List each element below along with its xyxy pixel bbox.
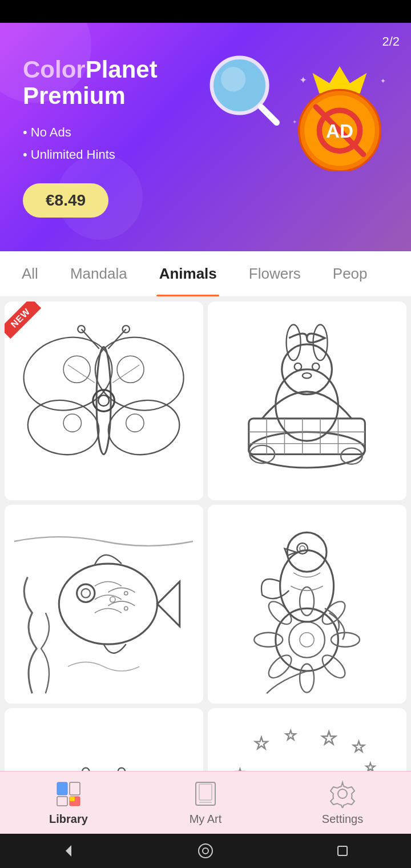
svg-text:✦: ✦ bbox=[299, 75, 307, 86]
svg-point-57 bbox=[255, 633, 283, 647]
settings-icon bbox=[328, 779, 357, 808]
svg-line-28 bbox=[113, 365, 140, 383]
nav-library[interactable]: Library bbox=[0, 779, 137, 826]
svg-point-16 bbox=[104, 395, 184, 460]
bird-image bbox=[217, 515, 396, 693]
svg-point-1 bbox=[221, 67, 245, 91]
back-button[interactable] bbox=[57, 839, 80, 862]
svg-point-51 bbox=[124, 592, 128, 595]
settings-label: Settings bbox=[322, 813, 363, 826]
svg-point-56 bbox=[300, 664, 314, 693]
svg-point-20 bbox=[126, 414, 144, 432]
svg-point-53 bbox=[276, 609, 339, 672]
myart-label: My Art bbox=[190, 813, 222, 826]
svg-point-52 bbox=[124, 607, 128, 610]
svg-line-2 bbox=[261, 107, 277, 123]
svg-point-97 bbox=[338, 789, 347, 798]
svg-marker-98 bbox=[66, 845, 71, 857]
svg-text:☆: ☆ bbox=[285, 728, 297, 744]
grid-item-4[interactable] bbox=[208, 505, 406, 704]
bunny-image bbox=[217, 311, 396, 490]
svg-point-54 bbox=[289, 622, 325, 658]
svg-point-47 bbox=[59, 564, 158, 645]
category-tabs: All Mandala Animals Flowers Peop bbox=[0, 251, 411, 297]
magnifier-icon bbox=[206, 51, 280, 126]
svg-rect-95 bbox=[199, 784, 212, 800]
grid-item-2[interactable] bbox=[208, 302, 406, 500]
svg-text:☆: ☆ bbox=[253, 733, 269, 753]
svg-point-40 bbox=[287, 325, 301, 361]
svg-point-99 bbox=[199, 844, 212, 858]
svg-text:✦: ✦ bbox=[292, 119, 297, 125]
svg-point-19 bbox=[64, 414, 82, 432]
recents-button[interactable] bbox=[331, 839, 354, 862]
svg-point-17 bbox=[64, 356, 91, 383]
status-bar bbox=[0, 0, 411, 23]
svg-text:✦: ✦ bbox=[380, 77, 386, 85]
svg-text:AD: AD bbox=[326, 120, 353, 142]
svg-line-27 bbox=[68, 365, 95, 383]
svg-rect-101 bbox=[338, 846, 347, 855]
banner-price[interactable]: €8.49 bbox=[23, 183, 108, 218]
svg-point-25 bbox=[78, 326, 86, 333]
library-label: Library bbox=[49, 813, 88, 826]
svg-point-58 bbox=[331, 633, 360, 647]
svg-point-44 bbox=[303, 373, 312, 378]
grid-item-3[interactable] bbox=[5, 505, 203, 704]
tab-people[interactable]: Peop bbox=[317, 251, 384, 297]
svg-point-50 bbox=[110, 597, 115, 602]
myart-icon bbox=[191, 779, 220, 808]
svg-point-55 bbox=[300, 587, 314, 616]
svg-rect-93 bbox=[70, 797, 75, 801]
svg-text:☆: ☆ bbox=[320, 727, 337, 749]
svg-point-18 bbox=[117, 356, 144, 383]
tab-all[interactable]: All bbox=[6, 251, 54, 297]
svg-point-63 bbox=[300, 633, 314, 647]
svg-rect-90 bbox=[70, 782, 80, 795]
fish-image bbox=[14, 515, 193, 693]
new-badge bbox=[5, 302, 50, 347]
svg-point-43 bbox=[312, 363, 320, 371]
svg-rect-91 bbox=[57, 797, 67, 806]
svg-point-14 bbox=[24, 395, 104, 460]
nav-myart[interactable]: My Art bbox=[137, 779, 274, 826]
svg-point-26 bbox=[123, 326, 130, 333]
svg-point-100 bbox=[203, 848, 208, 854]
tab-animals[interactable]: Animals bbox=[143, 251, 233, 297]
svg-point-22 bbox=[99, 396, 110, 407]
svg-text:☆: ☆ bbox=[352, 737, 366, 756]
svg-point-48 bbox=[77, 585, 95, 602]
grid-item-1[interactable] bbox=[5, 302, 203, 500]
svg-point-49 bbox=[82, 589, 91, 598]
android-navigation bbox=[0, 834, 411, 868]
home-button[interactable] bbox=[194, 839, 217, 862]
svg-point-66 bbox=[297, 544, 308, 554]
svg-rect-89 bbox=[57, 782, 67, 795]
tab-flowers[interactable]: Flowers bbox=[233, 251, 317, 297]
svg-rect-94 bbox=[196, 782, 215, 805]
tab-mandala[interactable]: Mandala bbox=[54, 251, 143, 297]
bottom-navigation: Library My Art Settings bbox=[0, 771, 411, 834]
svg-point-64 bbox=[280, 550, 334, 622]
banner-counter: 2/2 bbox=[382, 34, 400, 49]
banner: ColorPlanet Premium • No Ads • Unlimited… bbox=[0, 23, 411, 251]
library-icon bbox=[54, 779, 83, 808]
svg-point-42 bbox=[295, 363, 302, 371]
nav-settings[interactable]: Settings bbox=[274, 779, 411, 826]
ad-badge-icon: AD ✦ ✦ ✦ bbox=[285, 63, 394, 171]
